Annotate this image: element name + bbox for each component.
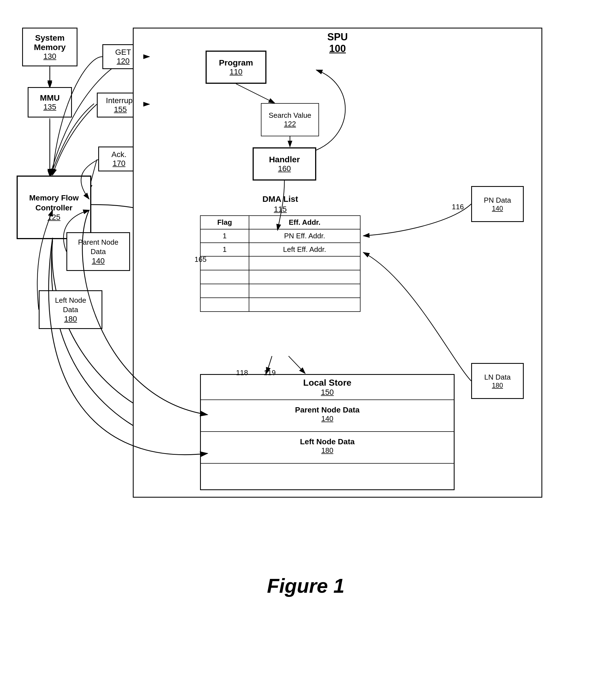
lnd-left-number: 180 — [64, 315, 77, 324]
dma-list-container: DMA List 115 Flag Eff. Addr. 1 PN Eff. A… — [200, 194, 361, 312]
ack-label: Ack. — [111, 150, 126, 159]
mmu-label: MMU — [40, 93, 60, 103]
dma-col-addr: Eff. Addr. — [249, 216, 360, 229]
program-box: Program 110 — [206, 51, 266, 84]
diagram: System Memory 130 MMU 135 Memory FlowCon… — [17, 11, 595, 619]
ls-pnd-label: Parent Node Data — [206, 405, 448, 414]
ln-data-right-label: LN Data — [484, 373, 511, 382]
dma-flag-4 — [200, 270, 249, 284]
dma-flag-6 — [200, 298, 249, 312]
table-row: 1 Left Eff. Addr. — [200, 243, 360, 256]
dma-addr-3 — [249, 256, 360, 270]
ln-data-right-box: LN Data 180 — [471, 363, 524, 399]
pnd-left-number: 140 — [92, 257, 105, 266]
table-row — [200, 298, 360, 312]
local-store-row-2: Left Node Data 180 — [201, 431, 454, 460]
mmu-box: MMU 135 — [28, 87, 72, 117]
ls-empty-row — [201, 463, 454, 480]
figure-caption: Figure 1 — [267, 574, 345, 597]
mfc-number: 125 — [47, 213, 60, 222]
pn-data-right-number: 140 — [492, 204, 503, 212]
search-value-box: Search Value 122 — [261, 103, 319, 136]
ls-lnd-label: Left Node Data — [206, 437, 448, 446]
dma-addr-5 — [249, 284, 360, 298]
pn-data-right-label: PN Data — [484, 196, 511, 204]
ack-number: 170 — [113, 159, 126, 168]
ls-lnd-number: 180 — [206, 446, 448, 455]
spu-number: 100 — [329, 43, 346, 54]
dma-addr-2: Left Eff. Addr. — [249, 243, 360, 256]
mfc-box: Memory FlowController 125 — [17, 175, 91, 239]
local-store-number: 150 — [201, 388, 454, 397]
pn-data-right-box: PN Data 140 — [471, 186, 524, 222]
search-value-number: 122 — [284, 120, 296, 128]
lnd-left-label: Left NodeData — [55, 296, 86, 315]
pnd-left-box: Parent NodeData 140 — [66, 232, 130, 271]
svg-line-8 — [236, 84, 275, 103]
pnd-left-label: Parent NodeData — [78, 238, 119, 257]
dma-list-number: 115 — [200, 205, 361, 214]
spu-text: SPU — [327, 31, 348, 43]
label-118: 118 — [236, 369, 248, 377]
ln-data-right-number: 180 — [492, 382, 503, 389]
dma-table: Flag Eff. Addr. 1 PN Eff. Addr. 1 Left E… — [200, 215, 361, 312]
dma-col-flag: Flag — [200, 216, 249, 229]
svg-line-11 — [289, 356, 305, 373]
label-116: 116 — [452, 203, 464, 211]
system-memory-number: 130 — [43, 52, 56, 61]
local-store-box: Local Store 150 Parent Node Data 140 Lef… — [200, 374, 455, 490]
table-row — [200, 256, 360, 270]
dma-flag-5 — [200, 284, 249, 298]
spu-box: SPU 100 Program 110 Search Value 122 Han… — [133, 28, 542, 498]
label-119: 119 — [264, 369, 276, 377]
search-value-label: Search Value — [269, 111, 311, 120]
table-row — [200, 284, 360, 298]
dma-flag-1: 1 — [200, 229, 249, 243]
ls-pnd-number: 140 — [206, 414, 448, 423]
handler-label: Handler — [269, 155, 300, 164]
mmu-number: 135 — [43, 103, 56, 111]
interrupt-number: 155 — [114, 105, 127, 114]
get-number: 120 — [117, 57, 130, 66]
label-165: 165 — [195, 255, 206, 264]
table-row — [200, 270, 360, 284]
dma-flag-2: 1 — [200, 243, 249, 256]
dma-addr-6 — [249, 298, 360, 312]
table-row: 1 PN Eff. Addr. — [200, 229, 360, 243]
program-number: 110 — [230, 68, 242, 76]
dma-list-label: DMA List — [200, 194, 361, 204]
handler-number: 160 — [278, 164, 291, 173]
handler-box: Handler 160 — [253, 147, 316, 181]
lnd-left-box: Left NodeData 180 — [39, 290, 102, 329]
dma-addr-4 — [249, 270, 360, 284]
local-store-row-1: Parent Node Data 140 — [201, 399, 454, 429]
interrupt-label: Interrupt — [106, 96, 135, 105]
mfc-label: Memory FlowController — [29, 193, 79, 213]
spu-label: SPU 100 — [327, 31, 348, 55]
system-memory-box: System Memory 130 — [22, 28, 78, 66]
get-label: GET — [115, 48, 131, 57]
dma-flag-3 — [200, 256, 249, 270]
program-label: Program — [219, 58, 253, 68]
dma-addr-1: PN Eff. Addr. — [249, 229, 360, 243]
system-memory-label: System Memory — [25, 33, 74, 52]
